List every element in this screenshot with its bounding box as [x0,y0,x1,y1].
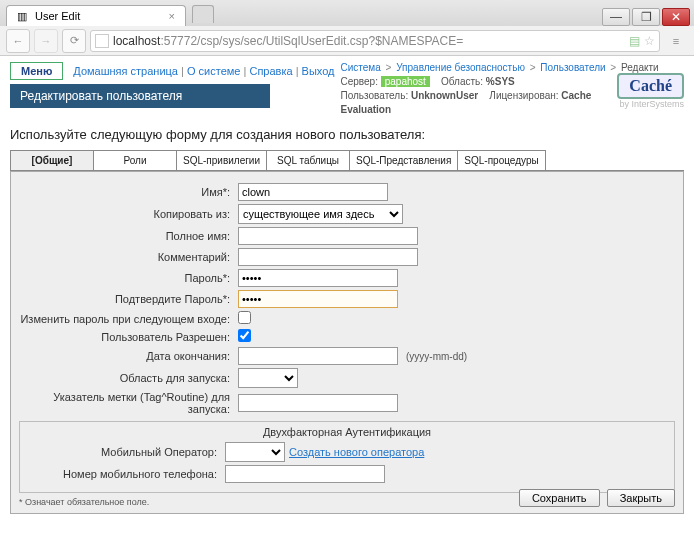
window-minimize-button[interactable]: — [602,8,630,26]
crumb-security[interactable]: Управление безопасностью [396,62,525,73]
start-namespace-select[interactable] [238,368,298,388]
breadcrumb: Система > Управление безопасностью > Пол… [341,62,685,73]
label-password-confirm: Подтвердите Пароль*: [19,293,234,305]
exp-date-hint: (yyyy-mm-dd) [406,351,467,362]
label-fullname: Полное имя: [19,230,234,242]
crumb-system[interactable]: Система [341,62,381,73]
url-path: :57772/csp/sys/sec/UtilSqlUserEdit.csp?$… [160,34,463,48]
tab-close-icon[interactable]: × [169,10,175,22]
create-operator-link[interactable]: Создать нового оператора [289,446,424,458]
bookmark-page-icon[interactable]: ▤ [629,34,640,48]
save-button[interactable]: Сохранить [519,489,600,507]
window-titlebar: ▥ User Edit × — ❐ ✕ [0,0,694,26]
window-maximize-button[interactable]: ❐ [632,8,660,26]
label-name: Имя*: [19,186,234,198]
link-about[interactable]: О системе [187,65,240,77]
password-confirm-field[interactable] [238,290,398,308]
link-help[interactable]: Справка [249,65,292,77]
intersystems-label: by InterSystems [617,99,684,109]
browser-menu-button[interactable]: ≡ [664,29,688,53]
link-logout[interactable]: Выход [302,65,335,77]
favorite-icon[interactable]: ☆ [644,34,655,48]
tab-sql-privileges[interactable]: SQL-привилегии [176,150,267,170]
top-links: Домашняя страница | О системе | Справка … [73,65,334,77]
link-home[interactable]: Домашняя страница [73,65,178,77]
label-mobile-number: Номер мобильного телефона: [26,468,221,480]
nav-back-button[interactable]: ← [6,29,30,53]
tab-sql-views[interactable]: SQL-Представления [349,150,458,170]
label-user-enabled: Пользователь Разрешен: [19,331,234,343]
current-user: UnknownUser [411,90,478,101]
label-start-routine: Указатель метки (Tag^Routine) для запуск… [19,391,234,415]
form-intro: Используйте следующую форму для создания… [10,127,684,142]
browser-toolbar: ← → ⟳ localhost:57772/csp/sys/sec/UtilSq… [0,26,694,56]
browser-tab[interactable]: ▥ User Edit × [6,5,186,26]
page-icon: ▥ [17,10,29,22]
start-routine-field[interactable] [238,394,398,412]
label-exp-date: Дата окончания: [19,350,234,362]
tab-general[interactable]: [Общие] [10,150,94,170]
url-host: localhost [113,34,160,48]
nav-reload-button[interactable]: ⟳ [62,29,86,53]
label-mobile-operator: Мобильный Оператор: [26,446,221,458]
namespace: %SYS [486,76,515,87]
name-field[interactable] [238,183,388,201]
label-start-namespace: Область для запуска: [19,372,234,384]
tab-sql-tables[interactable]: SQL таблицы [266,150,350,170]
change-pwd-checkbox[interactable] [238,311,251,324]
user-form: Имя*: Копировать из: существующее имя зд… [10,171,684,514]
exp-date-field[interactable] [238,347,398,365]
page-title: Редактировать пользователя [10,84,270,108]
window-close-button[interactable]: ✕ [662,8,690,26]
crumb-users[interactable]: Пользователи [540,62,605,73]
close-button[interactable]: Закрыть [607,489,675,507]
label-copy-from: Копировать из: [19,208,234,220]
mobile-number-field[interactable] [225,465,385,483]
comment-field[interactable] [238,248,418,266]
server-name: papahost [381,76,430,87]
tabs: [Общие] Роли SQL-привилегии SQL таблицы … [10,150,684,171]
address-bar[interactable]: localhost:57772/csp/sys/sec/UtilSqlUserE… [90,30,660,52]
label-password: Пароль*: [19,272,234,284]
tab-sql-procedures[interactable]: SQL-процедуры [457,150,545,170]
two-factor-heading: Двухфакторная Аутентификация [26,426,668,438]
fullname-field[interactable] [238,227,418,245]
user-enabled-checkbox[interactable] [238,329,251,342]
site-icon [95,34,109,48]
label-change-pwd-next-login: Изменить пароль при следующем входе: [19,313,234,325]
label-comment: Комментарий: [19,251,234,263]
tab-roles[interactable]: Роли [93,150,177,170]
tab-title: User Edit [35,10,80,22]
cache-logo-button[interactable]: Caché [617,73,684,99]
menu-button[interactable]: Меню [10,62,63,80]
crumb-current: Редакти [621,62,659,73]
new-tab-button[interactable] [192,5,214,23]
server-info: Сервер: papahost Область: %SYS Пользоват… [341,75,610,117]
mobile-operator-select[interactable] [225,442,285,462]
two-factor-group: Двухфакторная Аутентификация Мобильный О… [19,421,675,493]
nav-forward-button[interactable]: → [34,29,58,53]
copy-from-select[interactable]: существующее имя здесь [238,204,403,224]
password-field[interactable] [238,269,398,287]
